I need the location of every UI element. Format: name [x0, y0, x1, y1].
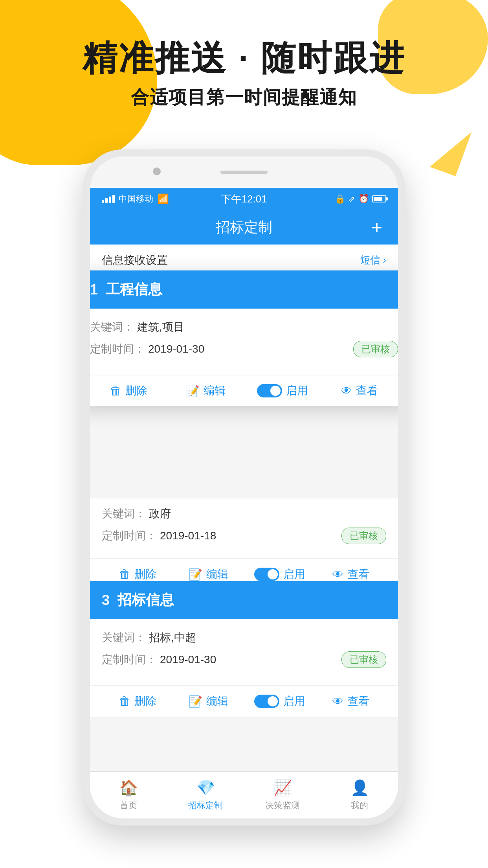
- edit-label-1: 编辑: [204, 383, 226, 398]
- toggle-2[interactable]: [254, 568, 279, 581]
- edit-icon-3: 📝: [189, 695, 202, 708]
- time-value-1: 2019-01-30: [148, 343, 204, 355]
- battery-fill: [374, 197, 382, 201]
- enable-button-1[interactable]: 启用: [244, 383, 321, 398]
- delete-button-2[interactable]: 🗑 删除: [102, 567, 173, 582]
- keyword-value-3: 招标,中超: [149, 630, 196, 645]
- nav-label-bidding: 招标定制: [188, 800, 223, 811]
- delete-button-1[interactable]: 🗑 删除: [90, 383, 167, 398]
- edit-icon-1: 📝: [186, 384, 200, 397]
- chevron-right-icon: ›: [383, 254, 386, 266]
- subtitle-prefix: 合适项目: [131, 87, 206, 107]
- enable-label-1: 启用: [286, 383, 308, 398]
- view-button-1[interactable]: 👁 查看: [321, 383, 398, 398]
- battery-icon: [372, 195, 386, 202]
- phone-outer: 中国移动 📶 下午12:01 🔒 ⇗ ⏰ 招标定制 +: [83, 149, 405, 826]
- nav-label-home: 首页: [120, 800, 137, 811]
- card-2: 关键词： 政府 定制时间： 2019-01-18 已审核 🗑 删除: [90, 498, 398, 590]
- card-1-time-row: 定制时间： 2019-01-30 已审核: [90, 341, 398, 357]
- phone-inner: 中国移动 📶 下午12:01 🔒 ⇗ ⏰ 招标定制 +: [90, 156, 398, 818]
- view-button-3[interactable]: 👁 查看: [315, 694, 386, 709]
- view-label-1: 查看: [356, 383, 378, 398]
- alarm-icon: ⏰: [358, 194, 369, 204]
- phone-camera: [153, 167, 161, 175]
- card-1-body: 关键词： 建筑,项目 定制时间： 2019-01-30 已审核: [90, 309, 398, 375]
- edit-label-2: 编辑: [206, 567, 228, 582]
- eye-icon-3: 👁: [332, 695, 343, 708]
- card-1-number: 1: [90, 281, 98, 298]
- status-right: 🔒 ⇗ ⏰: [292, 194, 386, 204]
- toggle-3[interactable]: [254, 695, 279, 708]
- wifi-icon: 📶: [157, 193, 169, 204]
- card-3-title: 招标信息: [117, 590, 174, 610]
- status-left: 中国移动 📶: [102, 193, 196, 205]
- subtitle-suffix: 提醒通知: [282, 87, 357, 107]
- enable-label-2: 启用: [283, 567, 305, 582]
- enable-label-3: 启用: [283, 694, 305, 709]
- hero-title: 精准推送 · 随时跟进: [0, 39, 488, 77]
- info-bar-label: 信息接收设置: [102, 253, 168, 268]
- status-bar: 中国移动 📶 下午12:01 🔒 ⇗ ⏰: [90, 188, 398, 210]
- trash-icon-1: 🗑: [110, 384, 121, 397]
- edit-button-3[interactable]: 📝 编辑: [173, 694, 244, 709]
- bottom-nav: 🏠 首页 💎 招标定制 📈 决策监测 👤 我的: [90, 771, 398, 818]
- card-1-keyword-row: 关键词： 建筑,项目: [90, 320, 398, 335]
- badge-1: 已审核: [353, 341, 398, 357]
- trash-icon-3: 🗑: [119, 695, 130, 708]
- info-bar-value: 短信: [360, 253, 380, 267]
- badge-2: 已审核: [341, 528, 386, 544]
- view-label-3: 查看: [347, 694, 369, 709]
- keyword-value-1: 建筑,项目: [137, 320, 184, 335]
- card-1-actions: 🗑 删除 📝 编辑 启用 👁 查看: [90, 375, 398, 406]
- edit-button-1[interactable]: 📝 编辑: [167, 383, 244, 398]
- keyword-label-1: 关键词：: [90, 320, 134, 335]
- bg-triangle: [430, 123, 472, 177]
- card-3-body: 关键词： 招标,中超 定制时间： 2019-01-30 已审核: [90, 619, 398, 685]
- time-label-2: 定制时间：: [102, 528, 157, 543]
- card-3-keyword-row: 关键词： 招标,中超: [102, 630, 386, 645]
- edit-label-3: 编辑: [206, 694, 228, 709]
- nav-item-home[interactable]: 🏠 首页: [90, 779, 167, 811]
- nav-label-monitor: 决策监测: [265, 800, 300, 811]
- card-3-header: 3 招标信息: [90, 581, 398, 619]
- app-header-title: 招标定制: [216, 218, 272, 237]
- status-time: 下午12:01: [196, 192, 291, 206]
- nav-item-bidding[interactable]: 💎 招标定制: [167, 779, 244, 811]
- enable-button-3[interactable]: 启用: [244, 694, 315, 709]
- phone-speaker: [220, 171, 268, 174]
- hero-subtitle: 合适项目第一时间提醒通知: [0, 85, 488, 110]
- card-1-title: 工程信息: [106, 280, 162, 299]
- delete-label-1: 删除: [125, 383, 147, 398]
- time-value-2: 2019-01-18: [160, 530, 216, 542]
- phone-notch: [90, 156, 398, 188]
- card-3: 3 招标信息 关键词： 招标,中超 定制时间： 2019-01-30 已审核: [90, 581, 398, 717]
- card-2-keyword-row: 关键词： 政府: [102, 506, 386, 521]
- enable-button-2[interactable]: 启用: [244, 567, 315, 582]
- delete-label-2: 删除: [134, 567, 156, 582]
- info-bar-right: 短信 ›: [360, 253, 386, 267]
- lock-icon: 🔒: [335, 194, 345, 204]
- view-label-2: 查看: [347, 567, 369, 582]
- nav-label-profile: 我的: [351, 800, 368, 811]
- chart-icon: 📈: [273, 779, 292, 796]
- view-button-2[interactable]: 👁 查看: [315, 567, 386, 582]
- carrier-label: 中国移动: [119, 193, 153, 205]
- app-header: 招标定制 +: [90, 210, 398, 245]
- nav-item-monitor[interactable]: 📈 决策监测: [244, 779, 321, 811]
- edit-button-2[interactable]: 📝 编辑: [173, 567, 244, 582]
- nav-item-profile[interactable]: 👤 我的: [321, 779, 398, 811]
- phone-mockup: 中国移动 📶 下午12:01 🔒 ⇗ ⏰ 招标定制 +: [83, 149, 405, 826]
- delete-button-3[interactable]: 🗑 删除: [102, 694, 173, 709]
- eye-icon-1: 👁: [341, 384, 352, 397]
- keyword-label-2: 关键词：: [102, 506, 146, 521]
- card-2-time-row: 定制时间： 2019-01-18 已审核: [102, 528, 386, 544]
- time-label-1: 定制时间：: [90, 342, 145, 357]
- trash-icon-2: 🗑: [119, 568, 130, 581]
- add-button[interactable]: +: [371, 217, 382, 238]
- subtitle-highlight: 第一时间: [206, 87, 282, 107]
- card-3-time-row: 定制时间： 2019-01-30 已审核: [102, 651, 386, 668]
- location-icon: ⇗: [349, 194, 355, 204]
- person-icon: 👤: [350, 779, 369, 796]
- toggle-1[interactable]: [257, 384, 282, 397]
- card-1-header: 1 工程信息: [90, 270, 398, 309]
